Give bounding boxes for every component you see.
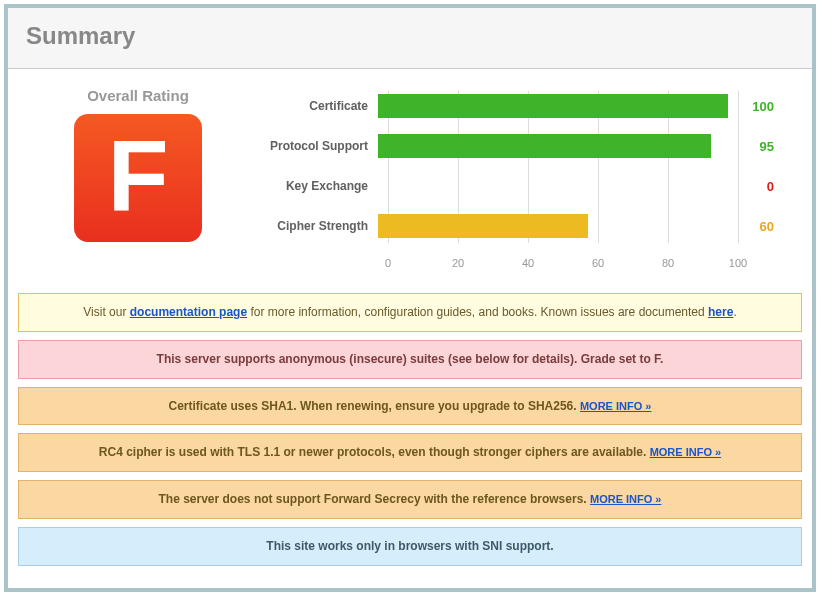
notice-text: Certificate uses SHA1. When renewing, en… [169,399,580,413]
notice: Visit our documentation page for more in… [18,293,802,332]
notice-text: This site works only in browsers with SN… [266,539,553,553]
chart-row-label: Cipher Strength [258,219,378,233]
more-info-link[interactable]: MORE INFO » [580,400,652,412]
notice-text: . [733,305,736,319]
chart-row-value: 95 [728,139,774,154]
grade-badge: F [74,114,202,242]
chart-bar-track [378,174,728,198]
notice-text: for more information, configuration guid… [247,305,708,319]
x-axis-tick: 60 [592,257,604,269]
notice-text: The server does not support Forward Secr… [159,492,590,506]
summary-panel: Summary Overall Rating F Certificate100P… [4,4,816,592]
chart-row-value: 60 [728,219,774,234]
x-axis-tick: 40 [522,257,534,269]
documentation-link[interactable]: documentation page [130,305,247,319]
score-chart: Certificate100Protocol Support95Key Exch… [258,83,802,277]
summary-top-row: Overall Rating F Certificate100Protocol … [18,83,802,277]
known-issues-link[interactable]: here [708,305,733,319]
chart-row: Protocol Support95 [258,131,802,161]
chart-row-label: Certificate [258,99,378,113]
notice-text: This server supports anonymous (insecure… [157,352,664,366]
notice-text: Visit our [83,305,129,319]
notices-list: Visit our documentation page for more in… [18,293,802,566]
chart-bar [378,214,588,238]
chart-bar [378,134,711,158]
notice-text: RC4 cipher is used with TLS 1.1 or newer… [99,445,650,459]
chart-bar-track [378,94,728,118]
chart-row-label: Protocol Support [258,139,378,153]
notice: Certificate uses SHA1. When renewing, en… [18,387,802,426]
chart-row-value: 0 [728,179,774,194]
notice: This site works only in browsers with SN… [18,527,802,566]
chart-row-value: 100 [728,99,774,114]
chart-bar-track [378,134,728,158]
chart-bar [378,94,728,118]
x-axis-tick: 100 [729,257,747,269]
grade-letter: F [107,125,168,225]
x-axis-tick: 20 [452,257,464,269]
chart-row-label: Key Exchange [258,179,378,193]
panel-header: Summary [8,8,812,69]
panel-content: Overall Rating F Certificate100Protocol … [8,69,812,588]
x-axis-tick: 80 [662,257,674,269]
chart-row: Key Exchange0 [258,171,802,201]
notice: This server supports anonymous (insecure… [18,340,802,379]
overall-rating-label: Overall Rating [18,87,258,104]
notice: RC4 cipher is used with TLS 1.1 or newer… [18,433,802,472]
notice: The server does not support Forward Secr… [18,480,802,519]
chart-x-axis: 020406080100 [388,251,738,277]
chart-bar-track [378,214,728,238]
page-title: Summary [26,22,794,50]
rating-column: Overall Rating F [18,83,258,242]
more-info-link[interactable]: MORE INFO » [590,493,662,505]
chart-row: Certificate100 [258,91,802,121]
more-info-link[interactable]: MORE INFO » [650,446,722,458]
chart-row: Cipher Strength60 [258,211,802,241]
x-axis-tick: 0 [385,257,391,269]
